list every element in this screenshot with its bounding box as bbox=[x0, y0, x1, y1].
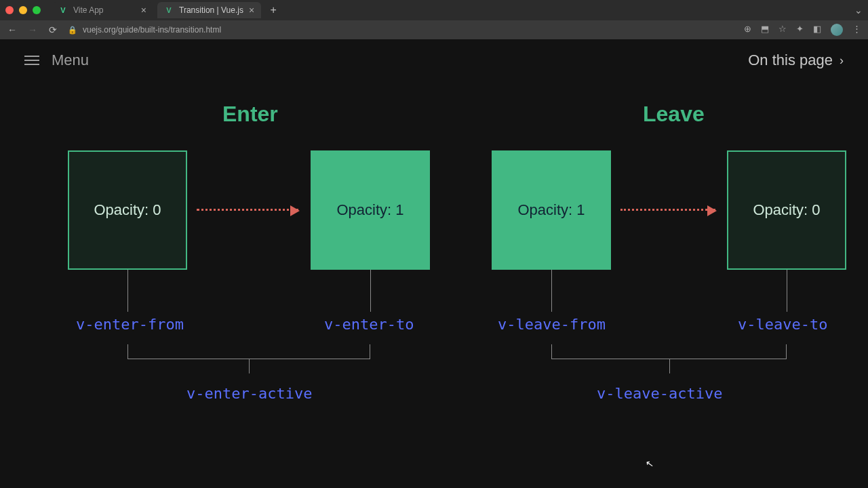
address-bar[interactable]: 🔒 vuejs.org/guide/built-ins/transition.h… bbox=[68, 25, 734, 35]
tab-title: Transition | Vue.js bbox=[179, 5, 243, 15]
side-panel-icon[interactable]: ◧ bbox=[813, 24, 821, 36]
connector-line bbox=[551, 270, 552, 312]
v-leave-from-label: v-leave-from bbox=[498, 316, 606, 333]
vue-favicon-icon: V bbox=[164, 5, 174, 15]
v-leave-to-label: v-leave-to bbox=[738, 316, 827, 333]
maximize-window-button[interactable] bbox=[33, 6, 41, 14]
connector-line bbox=[127, 270, 128, 312]
enter-to-box: Opacity: 1 bbox=[311, 150, 430, 270]
leave-arrow-icon bbox=[620, 209, 715, 211]
connector-line bbox=[787, 270, 787, 312]
transition-classes-diagram: Enter Leave Opacity: 0 Opacity: 1 Opacit… bbox=[27, 88, 841, 441]
forward-button[interactable]: → bbox=[27, 24, 38, 35]
leave-title: Leave bbox=[643, 102, 705, 127]
close-tab-icon[interactable]: × bbox=[249, 5, 254, 16]
enter-arrow-icon bbox=[197, 209, 298, 211]
chevron-right-icon: › bbox=[840, 54, 844, 68]
v-leave-active-label: v-leave-active bbox=[597, 385, 722, 402]
tab-overflow-icon[interactable]: ⌄ bbox=[854, 5, 863, 16]
url-text: vuejs.org/guide/built-ins/transition.htm… bbox=[83, 25, 221, 35]
new-tab-button[interactable]: + bbox=[265, 4, 281, 16]
vite-favicon-icon: V bbox=[58, 5, 68, 15]
close-tab-icon[interactable]: × bbox=[141, 5, 146, 16]
on-this-page-button[interactable]: On this page › bbox=[748, 52, 844, 69]
profile-avatar[interactable] bbox=[831, 24, 843, 36]
v-enter-from-label: v-enter-from bbox=[76, 316, 184, 333]
tab-strip: V Vite App × V Transition | Vue.js × + ⌄ bbox=[0, 0, 868, 20]
bookmark-icon[interactable]: ☆ bbox=[778, 24, 787, 36]
reload-button[interactable]: ⟳ bbox=[47, 24, 58, 35]
lock-icon: 🔒 bbox=[68, 26, 77, 35]
zoom-icon[interactable]: ⊕ bbox=[744, 24, 751, 36]
window-controls bbox=[5, 6, 41, 14]
enter-from-box: Opacity: 0 bbox=[68, 150, 187, 270]
menu-label: Menu bbox=[52, 52, 89, 69]
v-enter-to-label: v-enter-to bbox=[324, 316, 414, 333]
connector-line bbox=[370, 270, 371, 312]
leave-to-box: Opacity: 0 bbox=[727, 150, 846, 270]
url-bar: ← → ⟳ 🔒 vuejs.org/guide/built-ins/transi… bbox=[0, 20, 868, 39]
cursor-icon: ↖ bbox=[645, 458, 655, 470]
browser-tab-vue-transition[interactable]: V Transition | Vue.js × bbox=[157, 2, 261, 18]
v-enter-active-label: v-enter-active bbox=[186, 385, 312, 402]
menu-button[interactable]: Menu bbox=[24, 52, 89, 69]
kebab-menu-icon[interactable]: ⋮ bbox=[852, 24, 861, 36]
enter-title: Enter bbox=[222, 102, 278, 127]
leave-from-box: Opacity: 1 bbox=[492, 150, 611, 270]
enter-bracket-line bbox=[127, 344, 370, 359]
tab-title: Vite App bbox=[73, 5, 103, 15]
back-button[interactable]: ← bbox=[7, 24, 18, 35]
leave-bracket-line bbox=[551, 344, 787, 359]
install-app-icon[interactable]: ⬒ bbox=[761, 24, 769, 36]
browser-tab-vite-app[interactable]: V Vite App × bbox=[52, 2, 153, 18]
extensions-icon[interactable]: ✦ bbox=[796, 24, 804, 36]
hamburger-icon bbox=[24, 56, 39, 65]
on-this-page-label: On this page bbox=[748, 52, 833, 69]
close-window-button[interactable] bbox=[5, 6, 14, 14]
minimize-window-button[interactable] bbox=[19, 6, 27, 14]
